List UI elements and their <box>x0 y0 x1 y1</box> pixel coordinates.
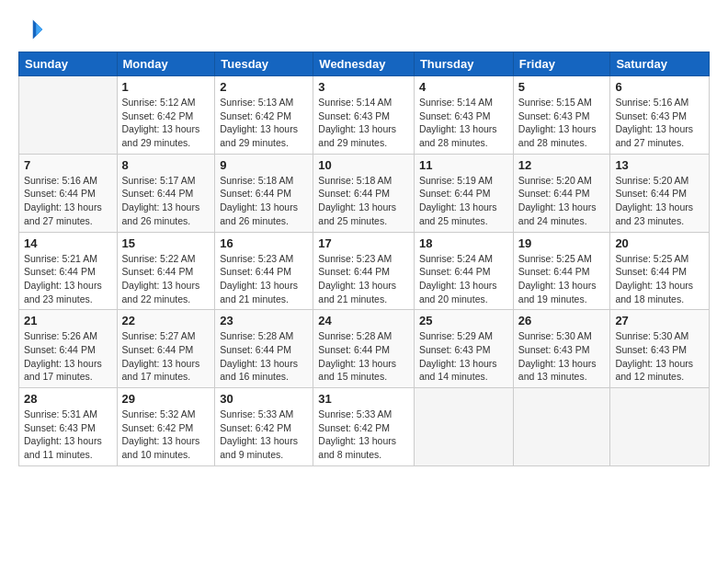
calendar-cell: 10Sunrise: 5:18 AM Sunset: 6:44 PM Dayli… <box>313 154 415 232</box>
day-info: Sunrise: 5:14 AM Sunset: 6:43 PM Dayligh… <box>419 96 508 150</box>
calendar-cell <box>414 388 513 466</box>
day-info: Sunrise: 5:23 AM Sunset: 6:44 PM Dayligh… <box>318 252 409 306</box>
day-info: Sunrise: 5:33 AM Sunset: 6:42 PM Dayligh… <box>220 408 308 462</box>
day-number: 11 <box>419 158 508 172</box>
calendar-cell: 21Sunrise: 5:26 AM Sunset: 6:44 PM Dayli… <box>19 310 118 388</box>
day-info: Sunrise: 5:15 AM Sunset: 6:43 PM Dayligh… <box>518 96 606 150</box>
day-info: Sunrise: 5:16 AM Sunset: 6:44 PM Dayligh… <box>24 174 112 228</box>
day-info: Sunrise: 5:30 AM Sunset: 6:43 PM Dayligh… <box>615 329 704 384</box>
calendar-cell: 5Sunrise: 5:15 AM Sunset: 6:43 PM Daylig… <box>513 76 610 155</box>
calendar-cell: 25Sunrise: 5:29 AM Sunset: 6:43 PM Dayli… <box>414 310 513 388</box>
header-cell-tuesday: Tuesday <box>215 52 313 76</box>
day-number: 5 <box>518 80 606 94</box>
day-number: 8 <box>122 158 210 172</box>
day-info: Sunrise: 5:12 AM Sunset: 6:42 PM Dayligh… <box>122 96 210 150</box>
week-row-1: 7Sunrise: 5:16 AM Sunset: 6:44 PM Daylig… <box>19 154 710 232</box>
day-number: 14 <box>24 236 112 250</box>
calendar-cell: 18Sunrise: 5:24 AM Sunset: 6:44 PM Dayli… <box>414 232 513 310</box>
day-number: 24 <box>318 314 409 327</box>
day-number: 9 <box>220 158 308 172</box>
day-number: 21 <box>24 314 112 327</box>
day-number: 17 <box>318 236 409 250</box>
calendar-cell: 15Sunrise: 5:22 AM Sunset: 6:44 PM Dayli… <box>117 232 215 310</box>
day-info: Sunrise: 5:20 AM Sunset: 6:44 PM Dayligh… <box>518 174 606 228</box>
day-info: Sunrise: 5:14 AM Sunset: 6:43 PM Dayligh… <box>318 96 409 150</box>
day-number: 13 <box>615 158 704 172</box>
day-number: 7 <box>24 158 112 172</box>
day-number: 3 <box>318 80 409 94</box>
calendar-cell: 12Sunrise: 5:20 AM Sunset: 6:44 PM Dayli… <box>513 154 610 232</box>
day-info: Sunrise: 5:25 AM Sunset: 6:44 PM Dayligh… <box>615 252 704 306</box>
day-number: 31 <box>318 392 409 406</box>
day-info: Sunrise: 5:22 AM Sunset: 6:44 PM Dayligh… <box>122 252 210 306</box>
header-row: SundayMondayTuesdayWednesdayThursdayFrid… <box>19 52 710 76</box>
calendar-cell: 24Sunrise: 5:28 AM Sunset: 6:44 PM Dayli… <box>313 310 415 388</box>
page: SundayMondayTuesdayWednesdayThursdayFrid… <box>0 0 728 476</box>
calendar-cell: 6Sunrise: 5:16 AM Sunset: 6:43 PM Daylig… <box>610 76 710 155</box>
day-info: Sunrise: 5:21 AM Sunset: 6:44 PM Dayligh… <box>24 252 112 306</box>
day-number: 27 <box>615 314 704 327</box>
day-number: 4 <box>419 80 508 94</box>
day-number: 6 <box>615 80 704 94</box>
day-info: Sunrise: 5:33 AM Sunset: 6:42 PM Dayligh… <box>318 408 409 462</box>
day-info: Sunrise: 5:32 AM Sunset: 6:42 PM Dayligh… <box>122 408 210 462</box>
calendar-cell: 31Sunrise: 5:33 AM Sunset: 6:42 PM Dayli… <box>313 388 415 466</box>
logo-icon <box>18 17 44 42</box>
calendar-cell: 1Sunrise: 5:12 AM Sunset: 6:42 PM Daylig… <box>117 76 215 155</box>
day-number: 1 <box>122 80 210 94</box>
day-number: 12 <box>518 158 606 172</box>
calendar-cell: 4Sunrise: 5:14 AM Sunset: 6:43 PM Daylig… <box>414 76 513 155</box>
day-number: 10 <box>318 158 409 172</box>
day-number: 25 <box>419 314 508 327</box>
calendar-cell: 23Sunrise: 5:28 AM Sunset: 6:44 PM Dayli… <box>215 310 313 388</box>
calendar-cell: 8Sunrise: 5:17 AM Sunset: 6:44 PM Daylig… <box>117 154 215 232</box>
day-info: Sunrise: 5:13 AM Sunset: 6:42 PM Dayligh… <box>220 96 308 150</box>
day-info: Sunrise: 5:28 AM Sunset: 6:44 PM Dayligh… <box>220 329 308 384</box>
calendar-cell: 16Sunrise: 5:23 AM Sunset: 6:44 PM Dayli… <box>215 232 313 310</box>
day-info: Sunrise: 5:20 AM Sunset: 6:44 PM Dayligh… <box>615 174 704 228</box>
day-info: Sunrise: 5:29 AM Sunset: 6:43 PM Dayligh… <box>419 329 508 384</box>
week-row-0: 1Sunrise: 5:12 AM Sunset: 6:42 PM Daylig… <box>19 76 710 155</box>
day-number: 22 <box>122 314 210 327</box>
day-info: Sunrise: 5:16 AM Sunset: 6:43 PM Dayligh… <box>615 96 704 150</box>
day-number: 26 <box>518 314 606 327</box>
day-number: 28 <box>24 392 112 406</box>
day-number: 19 <box>518 236 606 250</box>
day-number: 15 <box>122 236 210 250</box>
calendar-cell <box>19 76 118 155</box>
calendar-cell: 13Sunrise: 5:20 AM Sunset: 6:44 PM Dayli… <box>610 154 710 232</box>
header-cell-friday: Friday <box>513 52 610 76</box>
day-number: 29 <box>122 392 210 406</box>
day-info: Sunrise: 5:27 AM Sunset: 6:44 PM Dayligh… <box>122 329 210 384</box>
day-info: Sunrise: 5:31 AM Sunset: 6:43 PM Dayligh… <box>24 408 112 462</box>
calendar-cell: 3Sunrise: 5:14 AM Sunset: 6:43 PM Daylig… <box>313 76 415 155</box>
calendar-table: SundayMondayTuesdayWednesdayThursdayFrid… <box>18 52 710 466</box>
day-info: Sunrise: 5:18 AM Sunset: 6:44 PM Dayligh… <box>220 174 308 228</box>
calendar-cell: 27Sunrise: 5:30 AM Sunset: 6:43 PM Dayli… <box>610 310 710 388</box>
calendar-cell: 2Sunrise: 5:13 AM Sunset: 6:42 PM Daylig… <box>215 76 313 155</box>
calendar-cell: 28Sunrise: 5:31 AM Sunset: 6:43 PM Dayli… <box>19 388 118 466</box>
svg-marker-1 <box>36 23 42 36</box>
calendar-cell: 19Sunrise: 5:25 AM Sunset: 6:44 PM Dayli… <box>513 232 610 310</box>
day-number: 16 <box>220 236 308 250</box>
calendar-cell: 7Sunrise: 5:16 AM Sunset: 6:44 PM Daylig… <box>19 154 118 232</box>
day-info: Sunrise: 5:26 AM Sunset: 6:44 PM Dayligh… <box>24 329 112 384</box>
calendar-cell <box>513 388 610 466</box>
day-info: Sunrise: 5:18 AM Sunset: 6:44 PM Dayligh… <box>318 174 409 228</box>
week-row-3: 21Sunrise: 5:26 AM Sunset: 6:44 PM Dayli… <box>19 310 710 388</box>
calendar-cell: 20Sunrise: 5:25 AM Sunset: 6:44 PM Dayli… <box>610 232 710 310</box>
day-number: 20 <box>615 236 704 250</box>
calendar-cell: 29Sunrise: 5:32 AM Sunset: 6:42 PM Dayli… <box>117 388 215 466</box>
day-info: Sunrise: 5:17 AM Sunset: 6:44 PM Dayligh… <box>122 174 210 228</box>
week-row-4: 28Sunrise: 5:31 AM Sunset: 6:43 PM Dayli… <box>19 388 710 466</box>
calendar-cell: 22Sunrise: 5:27 AM Sunset: 6:44 PM Dayli… <box>117 310 215 388</box>
logo <box>18 17 46 42</box>
calendar-cell: 14Sunrise: 5:21 AM Sunset: 6:44 PM Dayli… <box>19 232 118 310</box>
calendar-cell: 9Sunrise: 5:18 AM Sunset: 6:44 PM Daylig… <box>215 154 313 232</box>
day-number: 18 <box>419 236 508 250</box>
calendar-cell: 17Sunrise: 5:23 AM Sunset: 6:44 PM Dayli… <box>313 232 415 310</box>
calendar-cell <box>610 388 710 466</box>
header <box>18 17 710 42</box>
day-info: Sunrise: 5:30 AM Sunset: 6:43 PM Dayligh… <box>518 329 606 384</box>
day-info: Sunrise: 5:25 AM Sunset: 6:44 PM Dayligh… <box>518 252 606 306</box>
